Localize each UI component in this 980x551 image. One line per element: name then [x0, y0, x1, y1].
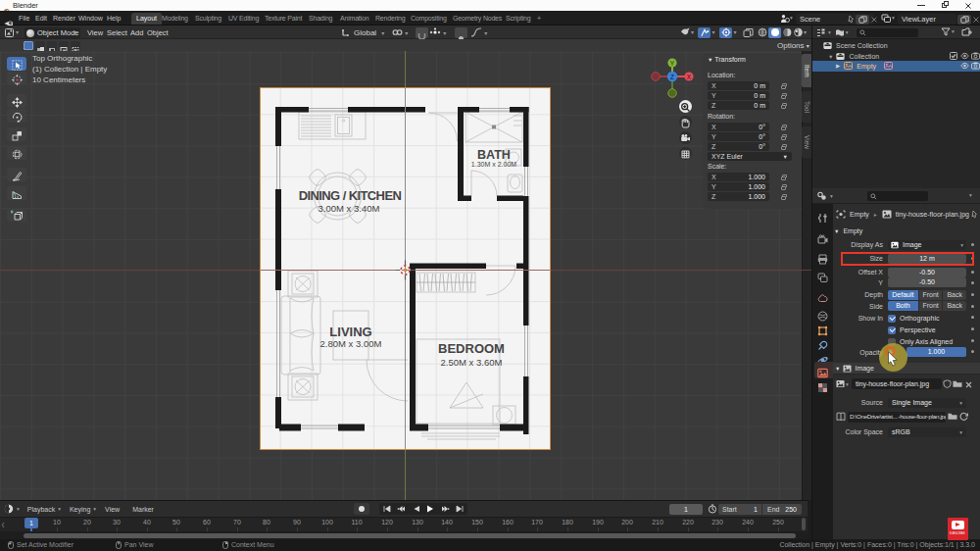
svg-text:2.50M x 3.60M: 2.50M x 3.60M — [441, 357, 503, 368]
svg-text:BEDROOM: BEDROOM — [438, 341, 505, 356]
svg-text:1.30M x 2.00M: 1.30M x 2.00M — [471, 161, 516, 168]
svg-text:BATH: BATH — [477, 148, 511, 162]
svg-text:Z: Z — [670, 74, 674, 80]
svg-text:2.80M x 3.00M: 2.80M x 3.00M — [320, 338, 382, 349]
svg-text:Y: Y — [670, 60, 675, 67]
svg-text:X: X — [687, 74, 692, 80]
svg-text:LIVING: LIVING — [329, 325, 371, 339]
svg-text:3.00M x 3.40M: 3.00M x 3.40M — [318, 203, 380, 214]
svg-text:DINING / KITCHEN: DINING / KITCHEN — [299, 188, 402, 203]
